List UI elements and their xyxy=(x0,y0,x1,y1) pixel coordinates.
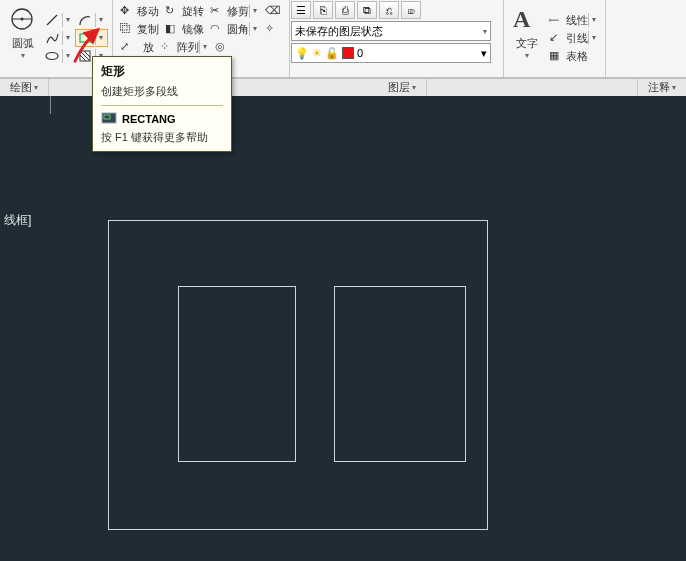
tooltip-title: 矩形 xyxy=(101,63,223,80)
dropdown-arrow-icon[interactable]: ▾ xyxy=(62,31,72,45)
fillet-button[interactable]: ◠圆角▾ xyxy=(207,20,262,38)
dropdown-arrow-icon[interactable]: ▾ xyxy=(62,49,72,63)
scale-button[interactable]: 放 xyxy=(140,38,157,56)
rectangle-tool-button[interactable]: ▾ xyxy=(75,29,108,47)
ribbon-group-annotate: A 文字 ▾ ⟝线性▾ ↙引线▾ ▦表格 xyxy=(504,0,606,77)
circle-label: 圆弧 xyxy=(12,36,34,51)
line-tool-button[interactable]: ▾ xyxy=(42,11,75,29)
stretch-button[interactable]: ⤢ xyxy=(117,38,140,56)
hatch-icon xyxy=(78,49,92,63)
fillet-label: 圆角 xyxy=(227,22,249,37)
layer-tool-1-button[interactable]: ☰ xyxy=(291,1,311,19)
scale-label: 放 xyxy=(143,40,154,55)
trim-button[interactable]: ✂修剪▾ xyxy=(207,2,262,20)
dropdown-arrow-icon[interactable]: ▾ xyxy=(249,4,259,18)
trim-icon: ✂ xyxy=(210,4,224,18)
table-button[interactable]: ▦表格 xyxy=(546,47,601,65)
text-tool-button[interactable]: A 文字 ▾ xyxy=(508,2,546,74)
offset-icon: ◎ xyxy=(215,40,229,54)
tab-layers-label: 图层 xyxy=(388,80,410,95)
tab-draw[interactable]: 绘图▾ xyxy=(0,79,49,96)
layer-tool-3-button[interactable]: ⎙ xyxy=(335,1,355,19)
arc-icon xyxy=(78,13,92,27)
bulb-icon: 💡 xyxy=(295,47,309,60)
layer-tool-4-button[interactable]: ⧉ xyxy=(357,1,377,19)
ruler-mark xyxy=(50,96,51,114)
dropdown-arrow-icon: ▾ xyxy=(21,51,25,60)
mirror-button[interactable]: ◧镜像 xyxy=(162,20,207,38)
move-button[interactable]: ✥移动 xyxy=(117,2,162,20)
tab-annotate-label: 注释 xyxy=(648,80,670,95)
svg-rect-5 xyxy=(80,34,92,42)
tooltip-command: RECTANG xyxy=(122,113,176,125)
tooltip-help: 按 F1 键获得更多帮助 xyxy=(101,130,223,145)
arc-tool-button[interactable]: ▾ xyxy=(75,11,108,29)
dropdown-arrow-icon[interactable]: ▾ xyxy=(95,13,105,27)
dropdown-arrow-icon[interactable]: ▾ xyxy=(199,40,209,54)
ribbon-group-layers: ☰ ⎘ ⎙ ⧉ ⎌ ⎄ 未保存的图层状态 ▾ 💡 ☀ 🔓 0 ▾ xyxy=(290,0,504,77)
layer-state-label: 未保存的图层状态 xyxy=(295,24,383,39)
current-layer-dropdown[interactable]: 💡 ☀ 🔓 0 ▾ xyxy=(291,43,491,63)
svg-point-2 xyxy=(21,18,24,21)
leader-button[interactable]: ↙引线▾ xyxy=(546,29,601,47)
array-button[interactable]: ⁘阵列▾ xyxy=(157,38,212,56)
layer-tool-2-button[interactable]: ⎘ xyxy=(313,1,333,19)
dropdown-arrow-icon[interactable]: ▾ xyxy=(588,31,598,45)
dropdown-arrow-icon: ▾ xyxy=(525,51,529,60)
erase-icon: ⌫ xyxy=(265,4,279,18)
polyline-tool-button[interactable]: ▾ xyxy=(42,29,75,47)
layer-name: 0 xyxy=(357,47,363,59)
stretch-icon: ⤢ xyxy=(120,40,134,54)
move-label: 移动 xyxy=(137,4,159,19)
circle-icon xyxy=(9,6,37,34)
line-icon xyxy=(45,13,59,27)
layer-tool-6-button[interactable]: ⎄ xyxy=(401,1,421,19)
linear-label: 线性 xyxy=(566,13,588,28)
mirror-icon: ◧ xyxy=(165,22,179,36)
offset-button[interactable]: ◎ xyxy=(212,38,235,56)
circle-tool-button[interactable]: 圆弧 ▾ xyxy=(4,2,42,74)
linear-dim-icon: ⟝ xyxy=(549,13,563,27)
tooltip-divider xyxy=(101,105,223,106)
leader-icon: ↙ xyxy=(549,31,563,45)
rotate-label: 旋转 xyxy=(182,4,204,19)
lock-icon: 🔓 xyxy=(325,47,339,60)
ellipse-icon xyxy=(45,49,59,63)
drawing-canvas[interactable]: 线框] xyxy=(0,96,686,561)
command-icon xyxy=(101,112,117,126)
erase-button[interactable]: ⌫ xyxy=(262,2,285,20)
ellipse-tool-button[interactable]: ▾ xyxy=(42,47,75,65)
drawn-rectangle-left[interactable] xyxy=(178,286,296,462)
dropdown-arrow-icon[interactable]: ▾ xyxy=(249,22,259,36)
mirror-label: 镜像 xyxy=(182,22,204,37)
layer-state-dropdown[interactable]: 未保存的图层状态 ▾ xyxy=(291,21,491,41)
text-label: 文字 xyxy=(516,36,538,51)
table-label: 表格 xyxy=(566,49,588,64)
move-icon: ✥ xyxy=(120,4,134,18)
text-icon: A xyxy=(513,6,541,34)
dropdown-arrow-icon: ▾ xyxy=(483,27,487,36)
layer-tool-5-button[interactable]: ⎌ xyxy=(379,1,399,19)
sun-icon: ☀ xyxy=(312,47,322,60)
dropdown-arrow-icon: ▾ xyxy=(481,47,487,60)
drawn-rectangle-right[interactable] xyxy=(334,286,466,462)
tab-annotate[interactable]: 注释▾ xyxy=(637,79,686,96)
copy-icon: ⿻ xyxy=(120,22,134,36)
copy-label: 复制 xyxy=(137,22,159,37)
fillet-icon: ◠ xyxy=(210,22,224,36)
svg-point-4 xyxy=(46,53,58,60)
layer-color-swatch xyxy=(342,47,354,59)
rotate-icon: ↻ xyxy=(165,4,179,18)
svg-line-3 xyxy=(47,15,57,25)
dropdown-arrow-icon[interactable]: ▾ xyxy=(588,13,598,27)
explode-button[interactable]: ✧ xyxy=(262,20,285,38)
rotate-button[interactable]: ↻旋转 xyxy=(162,2,207,20)
polyline-icon xyxy=(45,31,59,45)
copy-button[interactable]: ⿻复制 xyxy=(117,20,162,38)
viewport-label: 线框] xyxy=(4,212,31,229)
trim-label: 修剪 xyxy=(227,4,249,19)
tab-layers[interactable]: 图层▾ xyxy=(378,79,427,96)
dropdown-arrow-icon[interactable]: ▾ xyxy=(95,31,105,45)
dropdown-arrow-icon[interactable]: ▾ xyxy=(62,13,72,27)
linear-dim-button[interactable]: ⟝线性▾ xyxy=(546,11,601,29)
